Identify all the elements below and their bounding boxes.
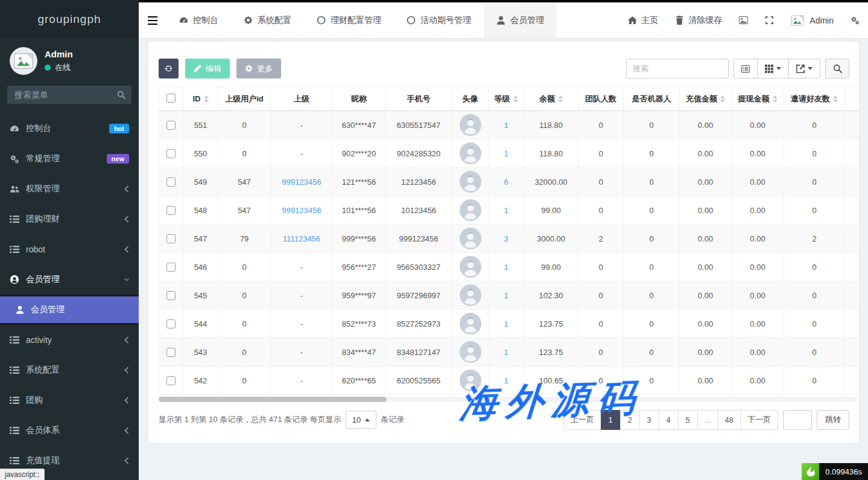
page-button-4[interactable]: 4 [659,410,679,430]
page-button-下一页[interactable]: 下一页 [740,410,778,430]
page-button-3[interactable]: 3 [639,410,659,430]
row-checkbox[interactable] [166,376,176,385]
topnav-item-image-icon[interactable] [730,2,756,38]
cell-parent: - [271,139,333,168]
nav-tab-label: 会员管理 [510,15,544,26]
row-checkbox[interactable] [166,319,176,328]
page-button-上一页[interactable]: 上一页 [563,410,601,430]
sidebar-item-系统配置[interactable]: 系统配置 [0,355,139,385]
chevron-left-icon [124,366,129,374]
sort-icon[interactable] [204,95,209,103]
sidebar-item-团购[interactable]: 团购 [0,385,139,415]
nav-tab-会员管理[interactable]: 会员管理 [484,2,557,38]
avatar [460,114,481,136]
export-button[interactable] [788,59,820,78]
select-all-checkbox[interactable] [166,94,176,103]
row-checkbox[interactable] [166,206,176,215]
column-header-邀请好友数[interactable]: 邀请好友数 [784,87,845,111]
column-header-等级[interactable]: 等级 [489,87,524,111]
columns-button[interactable] [757,59,789,78]
row-checkbox[interactable] [166,263,176,272]
cell-link[interactable]: 1 [504,348,508,357]
sidebar-item-权限管理[interactable]: 权限管理 [0,174,139,204]
cell-link[interactable]: 1 [504,206,508,215]
topnav-item-清除缓存[interactable]: 清除缓存 [667,2,730,38]
topnav-item-gears-icon[interactable] [842,2,868,38]
cell-link[interactable]: 1 [504,319,508,328]
page-button-48[interactable]: 48 [718,410,741,430]
page-button-1[interactable]: 1 [601,410,621,430]
row-checkbox[interactable] [166,291,176,300]
more-button[interactable]: 更多 [236,59,281,78]
member-table-card: 编辑 更多 ID上级用户id上级昵 [148,41,860,444]
search-button[interactable] [825,59,849,78]
sort-icon[interactable] [773,95,778,103]
sort-icon[interactable] [513,95,518,103]
sort-icon[interactable] [720,95,725,103]
column-header-ID[interactable]: ID [183,87,218,111]
debug-badge[interactable]: 0.099436s [802,463,868,480]
sort-icon[interactable] [833,95,838,103]
sidebar-item-控制台[interactable]: 控制台hot [0,114,139,144]
cell-link[interactable]: 1 [504,376,508,385]
sidebar-item-会员管理[interactable]: 会员管理 [0,264,139,295]
nav-tab-系统配置[interactable]: 系统配置 [231,2,304,38]
column-header-提现金额[interactable]: 提现金额 [732,87,784,111]
row-checkbox[interactable] [166,348,176,357]
jump-button[interactable]: 跳转 [817,410,849,430]
cell-link[interactable]: 3 [504,234,508,243]
members-table: ID上级用户id上级昵称手机号头像等级余额团队人数是否机器人充值金额提现金额邀请… [159,86,858,395]
hamburger-icon[interactable] [139,2,166,38]
table-search-input[interactable] [626,59,729,78]
cell-extra [845,310,859,338]
page-button-5[interactable]: 5 [678,410,698,430]
home-icon [628,16,637,25]
page-button-2[interactable]: 2 [620,410,640,430]
sidebar-item-团购理财[interactable]: 团购理财 [0,204,139,234]
cell-id: 546 [183,253,218,281]
nav-tab-理财配置管理[interactable]: 理财配置管理 [304,2,394,38]
sidebar-item-label: 常规管理 [26,153,60,164]
topnav-item-主页[interactable]: 主页 [619,2,667,38]
column-header-余额[interactable]: 余额 [524,87,578,111]
column-label: 邀请好友数 [791,94,830,104]
list-icon [10,245,19,254]
column-label: 团队人数 [585,94,616,104]
edit-button[interactable]: 编辑 [185,59,230,78]
row-checkbox[interactable] [166,149,176,158]
cell-link[interactable]: 1 [504,263,508,272]
cell-nick: 121****56 [333,168,385,196]
scrollbar-thumb[interactable] [159,397,387,402]
column-header-充值金额[interactable]: 充值金额 [680,87,732,111]
horizontal-scrollbar[interactable] [159,397,858,402]
cell-link[interactable]: 1 [504,291,508,300]
jump-page-input[interactable] [783,410,812,430]
cell-link[interactable]: 1 [504,121,508,130]
sidebar-item-robot[interactable]: robot [0,234,139,264]
cell-balance: 118.80 [524,139,578,168]
cell-link[interactable]: 6 [504,178,508,187]
cell-parent: 111123456 [271,225,333,253]
row-checkbox[interactable] [166,121,176,130]
refresh-button[interactable] [159,59,179,78]
cell-link[interactable]: 999123456 [282,178,321,187]
sidebar-item-会员管理[interactable]: 会员管理 [0,295,139,325]
nav-tab-活动期号管理[interactable]: 活动期号管理 [394,2,484,38]
row-checkbox[interactable] [166,234,176,243]
detail-view-button[interactable] [733,59,758,78]
cell-link[interactable]: 1 [504,149,508,158]
cell-link[interactable]: 111123456 [283,234,320,243]
cell-team: 0 [578,111,624,139]
sidebar-item-常规管理[interactable]: 常规管理new [0,144,139,174]
cell-link[interactable]: 999123456 [282,206,321,215]
sidebar-item-会员体系[interactable]: 会员体系 [0,415,139,446]
page-size-select[interactable]: 10 [346,411,376,429]
topnav-item-expand-icon[interactable] [756,2,782,38]
topnav-item-Admin[interactable]: Admin [782,2,842,38]
row-checkbox[interactable] [166,178,176,187]
sidebar-item-activity[interactable]: activity [0,325,139,355]
sort-icon[interactable] [558,95,563,103]
page-size-value: 10 [352,415,361,424]
nav-tab-控制台[interactable]: 控制台 [166,2,231,38]
sidebar-search-input[interactable] [7,86,131,104]
